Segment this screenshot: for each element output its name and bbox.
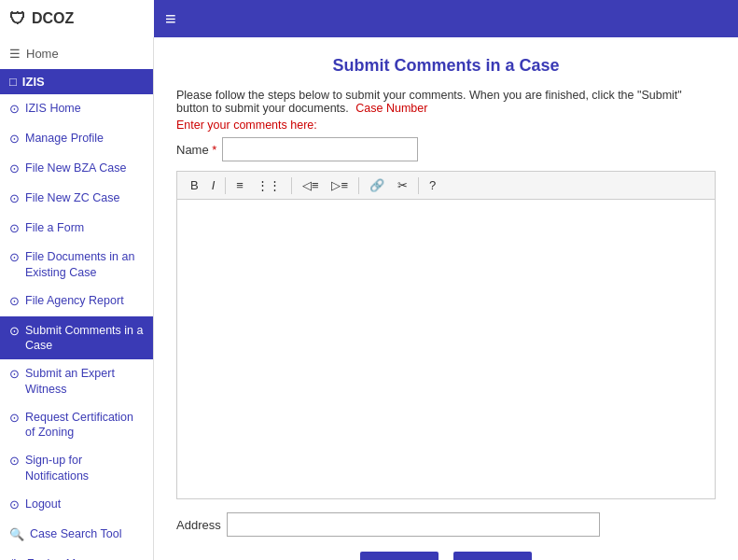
- submit-comments-icon: ⊙: [9, 324, 20, 340]
- sidebar-item-label: File Documents in an Existing Case: [25, 249, 144, 280]
- case-search-icon: 🔍: [9, 527, 24, 543]
- sidebar-item-label: Manage Profile: [25, 131, 104, 146]
- editor-toolbar: B I ≡ ⋮⋮ ◁≡ ▷≡ 🔗 ✂ ?: [177, 172, 715, 200]
- sidebar-item-file-zc[interactable]: ⊙ File New ZC Case: [0, 184, 153, 214]
- toolbar-help[interactable]: ?: [424, 175, 441, 195]
- submit-button[interactable]: Submit: [453, 552, 532, 560]
- sidebar-item-label: Sign-up for Notifications: [25, 453, 144, 483]
- topbar: ≡: [154, 0, 738, 37]
- toolbar-unlink[interactable]: ✂: [392, 175, 413, 195]
- file-agency-icon: ⊙: [9, 294, 20, 310]
- sidebar: ☰ Home □ IZIS ⊙ IZIS Home ⊙ Manage Profi…: [0, 37, 154, 560]
- name-input[interactable]: [222, 137, 418, 161]
- address-label: Address: [176, 518, 221, 532]
- sidebar-item-file-documents[interactable]: ⊙ File Documents in an Existing Case: [0, 243, 153, 287]
- logo-area: 🛡 DCOZ: [0, 0, 154, 37]
- sidebar-item-expert-witness[interactable]: ⊙ Submit an Expert Witness: [0, 359, 153, 403]
- toolbar-link[interactable]: 🔗: [364, 175, 390, 195]
- sidebar-item-submit-comments[interactable]: ⊙ Submit Comments in a Case: [0, 316, 153, 360]
- sidebar-item-signup[interactable]: ⊙ Sign-up for Notifications: [0, 446, 153, 490]
- expert-witness-icon: ⊙: [9, 367, 20, 383]
- sidebar-item-case-search[interactable]: 🔍 Case Search Tool: [0, 520, 153, 550]
- comment-editor[interactable]: [177, 200, 715, 498]
- sidebar-item-label: File New BZA Case: [25, 161, 126, 175]
- toolbar-bold[interactable]: B: [185, 175, 204, 195]
- home-icon: ☰: [9, 47, 21, 61]
- instructions-text: Please follow the steps below to submit …: [176, 89, 716, 115]
- request-cert-icon: ⊙: [9, 411, 20, 427]
- sidebar-section-izis: □ IZIS: [0, 69, 153, 94]
- sidebar-item-label: File New ZC Case: [25, 190, 119, 205]
- izis-section-icon: □: [9, 75, 17, 89]
- signup-icon: ⊙: [9, 454, 20, 469]
- required-star: *: [209, 143, 217, 157]
- sidebar-item-izis-home[interactable]: ⊙ IZIS Home: [0, 94, 153, 124]
- file-docs-icon: ⊙: [9, 250, 20, 266]
- sidebar-item-manage-profile[interactable]: ⊙ Manage Profile: [0, 124, 153, 154]
- page-title: Submit Comments in a Case: [176, 56, 716, 76]
- toolbar-indent[interactable]: ▷≡: [326, 175, 354, 195]
- sidebar-item-request-cert[interactable]: ⊙ Request Certification of Zoning: [0, 403, 153, 447]
- sidebar-item-label: Case Search Tool: [30, 526, 121, 541]
- sidebar-item-label: Zoning Map: [27, 556, 89, 560]
- editor-container: B I ≡ ⋮⋮ ◁≡ ▷≡ 🔗 ✂ ?: [176, 171, 716, 499]
- sidebar-home-label: Home: [26, 47, 59, 61]
- sidebar-item-label: Request Certification of Zoning: [25, 410, 144, 441]
- file-bza-icon: ⊙: [9, 161, 20, 177]
- main-content: Submit Comments in a Case Please follow …: [154, 37, 738, 560]
- izis-home-icon: ⊙: [9, 102, 20, 118]
- sidebar-item-file-bza[interactable]: ⊙ File New BZA Case: [0, 154, 153, 184]
- address-field-row: Address: [176, 512, 716, 537]
- toolbar-unordered-list[interactable]: ⋮⋮: [251, 175, 286, 195]
- toolbar-divider-2: [291, 177, 292, 194]
- sidebar-item-label: File a Form: [25, 220, 84, 235]
- address-input[interactable]: [227, 512, 600, 537]
- toolbar-outdent[interactable]: ◁≡: [297, 175, 325, 195]
- manage-profile-icon: ⊙: [9, 132, 20, 147]
- toolbar-divider-1: [225, 177, 226, 194]
- sidebar-item-home[interactable]: ☰ Home: [0, 37, 153, 69]
- case-number-label: Case Number: [355, 102, 427, 115]
- hamburger-icon[interactable]: ≡: [165, 8, 176, 30]
- sidebar-item-label: Submit Comments in a Case: [25, 323, 144, 354]
- logout-icon: ⊙: [9, 497, 20, 513]
- name-label: Name *: [176, 143, 216, 157]
- name-field-row: Name *: [176, 137, 716, 161]
- izis-section-label: IZIS: [22, 75, 45, 89]
- button-row: Cancel Submit: [176, 552, 716, 560]
- sidebar-item-label: Logout: [25, 497, 61, 511]
- file-form-icon: ⊙: [9, 221, 20, 237]
- sidebar-item-file-agency[interactable]: ⊙ File Agency Report: [0, 287, 153, 316]
- zoning-map-icon: 🗺: [9, 557, 21, 560]
- file-zc-icon: ⊙: [9, 191, 20, 207]
- sidebar-item-label: File Agency Report: [25, 293, 124, 308]
- app-name: DCOZ: [32, 10, 74, 27]
- sidebar-item-logout[interactable]: ⊙ Logout: [0, 490, 153, 520]
- app-logo: 🛡 DCOZ: [9, 9, 74, 29]
- toolbar-divider-4: [418, 177, 419, 194]
- toolbar-italic[interactable]: I: [206, 175, 221, 195]
- sidebar-item-zoning-map[interactable]: 🗺 Zoning Map: [0, 550, 153, 560]
- toolbar-divider-3: [358, 177, 359, 194]
- logo-icon: 🛡: [9, 9, 26, 29]
- cancel-button[interactable]: Cancel: [360, 552, 439, 560]
- sidebar-item-file-form[interactable]: ⊙ File a Form: [0, 214, 153, 244]
- sidebar-item-label: IZIS Home: [25, 101, 81, 116]
- sidebar-item-label: Submit an Expert Witness: [25, 366, 144, 397]
- toolbar-ordered-list[interactable]: ≡: [230, 175, 249, 195]
- enter-comments-label: Enter your comments here:: [176, 119, 716, 132]
